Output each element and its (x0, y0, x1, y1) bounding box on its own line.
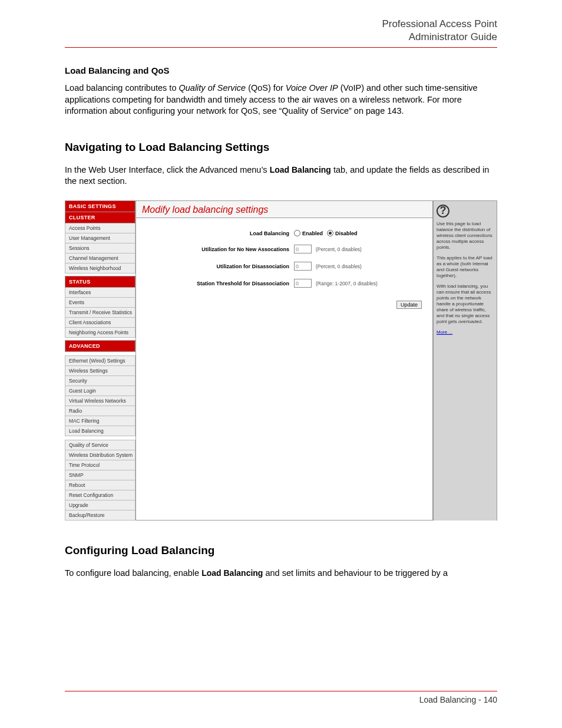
nav-security[interactable]: Security (65, 376, 135, 386)
label-station-thresh: Station Threshold for Disassociation (142, 281, 294, 286)
nav-time-protocol[interactable]: Time Protocol (65, 460, 135, 470)
nav-access-points[interactable]: Access Points (65, 223, 135, 233)
radio-enabled[interactable] (294, 230, 300, 236)
nav-events[interactable]: Events (65, 298, 135, 308)
input-station-thresh[interactable] (294, 279, 312, 288)
radio-disabled-label: Disabled (335, 230, 358, 236)
nav-channel-management[interactable]: Channel Management (65, 253, 135, 263)
nav-sessions[interactable]: Sessions (65, 243, 135, 253)
nav-basic-settings[interactable]: BASIC SETTINGS (65, 200, 135, 212)
hint-util-no-new: (Percent, 0 disables) (316, 246, 362, 252)
heading-navigating: Navigating to Load Balancing Settings (65, 141, 497, 154)
paragraph-configuring: To configure load balancing, enable Load… (65, 568, 497, 579)
help-text-1: Use this page to load balance the distri… (437, 221, 494, 251)
paragraph-navigating: In the Web User Interface, click the Adv… (65, 164, 497, 187)
help-more-link[interactable]: More ... (437, 330, 452, 335)
footer-rule (65, 691, 497, 691)
subsection-title: Load Balancing and QoS (65, 65, 497, 75)
nav-wds[interactable]: Wireless Distribution System (65, 450, 135, 460)
label-util-dis: Utilization for Disassociation (142, 263, 294, 269)
nav-ethernet-settings[interactable]: Ethernet (Wired) Settings (65, 355, 135, 366)
nav-load-balancing[interactable]: Load Balancing (65, 426, 135, 436)
update-button[interactable]: Update (396, 301, 422, 309)
label-util-no-new: Utilization for No New Assocations (142, 246, 294, 252)
panel-title: Modify load balancing settings (136, 201, 432, 218)
help-icon: ? (437, 205, 449, 218)
nav-status-header[interactable]: STATUS (65, 276, 135, 288)
nav-snmp[interactable]: SNMP (65, 470, 135, 480)
radio-enabled-label: Enabled (302, 230, 323, 236)
nav-user-management[interactable]: User Management (65, 233, 135, 243)
hint-util-dis: (Percent, 0 disables) (316, 263, 362, 269)
heading-configuring: Configuring Load Balancing (65, 544, 497, 557)
header-rule (65, 47, 497, 48)
nav-wireless-settings[interactable]: Wireless Settings (65, 366, 135, 376)
nav-tx-rx-stats[interactable]: Transmit / Receive Statistics (65, 308, 135, 318)
help-text-3: With load balancing, you can ensure that… (437, 284, 494, 325)
doc-title-line2: Administrator Guide (409, 31, 497, 42)
embedded-screenshot: BASIC SETTINGS CLUSTER Access Points Use… (65, 200, 497, 521)
nav-backup-restore[interactable]: Backup/Restore (65, 510, 135, 521)
sidebar: BASIC SETTINGS CLUSTER Access Points Use… (65, 200, 135, 521)
nav-qos[interactable]: Quality of Service (65, 440, 135, 450)
help-panel: ? Use this page to load balance the dist… (433, 201, 497, 521)
help-text-2: This applies to the AP load as a whole (… (437, 255, 494, 279)
paragraph-qos: Load balancing contributes to Quality of… (65, 83, 497, 117)
main-panel: Modify load balancing settings Load Bala… (135, 201, 433, 521)
page-footer: Load Balancing - 140 (65, 695, 497, 704)
input-util-no-new[interactable] (294, 245, 312, 253)
nav-mac-filtering[interactable]: MAC Filtering (65, 416, 135, 426)
nav-wireless-neighborhood[interactable]: Wireless Neighborhood (65, 263, 135, 274)
doc-title-line1: Professional Access Point (382, 18, 497, 29)
nav-interfaces[interactable]: Interfaces (65, 288, 135, 298)
radio-disabled[interactable] (327, 230, 333, 236)
hint-station-thresh: (Range: 1-2007, 0 disables) (316, 281, 378, 286)
nav-radio[interactable]: Radio (65, 406, 135, 416)
nav-advanced-header[interactable]: ADVANCED (65, 340, 135, 352)
nav-reset-config[interactable]: Reset Configuration (65, 490, 135, 500)
nav-client-associations[interactable]: Client Associations (65, 318, 135, 328)
nav-upgrade[interactable]: Upgrade (65, 500, 135, 510)
label-load-balancing: Load Balancing (142, 230, 294, 236)
nav-reboot[interactable]: Reboot (65, 480, 135, 490)
input-util-dis[interactable] (294, 262, 312, 271)
nav-guest-login[interactable]: Guest Login (65, 386, 135, 396)
nav-cluster-header[interactable]: CLUSTER (65, 212, 135, 223)
nav-neighboring-aps[interactable]: Neighboring Access Points (65, 328, 135, 338)
nav-virtual-wireless[interactable]: Virtual Wireless Networks (65, 396, 135, 406)
